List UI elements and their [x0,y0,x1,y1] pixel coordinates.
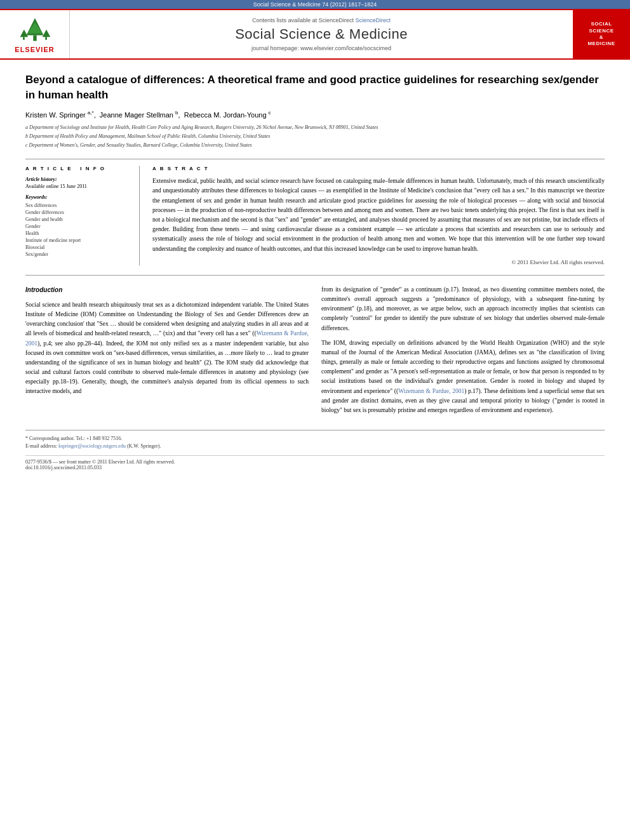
elsevier-wordmark: ELSEVIER [15,46,54,53]
keyword-6: Institute of medicine report [25,237,130,243]
author-springer: Kristen W. Springer a,*, [25,111,98,119]
intro-para-2: from its designation of "gender" as a co… [321,285,605,333]
footer-issn: 0277-9536/$ — see front matter © 2011 El… [25,459,605,465]
author-stellman: Jeanne Mager Stellman b, [100,111,182,119]
available-online: Available online 15 June 2011 [25,183,130,189]
section-divider [25,275,605,276]
svg-rect-0 [33,36,36,41]
affiliation-c: c Department of Women's, Gender, and Sex… [25,142,605,149]
svg-marker-2 [27,22,42,34]
sciencedirect-link[interactable]: ScienceDirect [356,17,391,23]
author-jordan-young: Rebecca M. Jordan-Young c [184,111,271,119]
citation-text: Social Science & Medicine 74 (2012) 1817… [253,1,377,8]
ss-medicine-logo: SOCIALSCIENCE&MEDICINE [587,21,615,48]
keywords-label: Keywords: [25,194,130,200]
abstract-text: Extensive medical, public health, and so… [152,177,605,254]
intro-para-1: Social science and health research ubiqu… [25,300,309,397]
journal-header: ELSEVIER Contents lists available at Sci… [0,9,630,60]
svg-rect-3 [45,37,47,40]
affiliation-a: a Department of Sociology and Institute … [25,124,605,131]
footnote-area: * Corresponding author. Tel.: +1 848 932… [25,430,605,449]
elsevier-tree-icon [16,15,54,44]
elsevier-logo-area: ELSEVIER [0,10,70,58]
article-info-panel: A R T I C L E I N F O Article history: A… [25,166,140,265]
intro-para-3: The IOM, drawing especially on definitio… [321,338,605,416]
paper-content: Beyond a catalogue of differences: A the… [0,60,630,483]
article-info-heading: A R T I C L E I N F O [25,166,130,171]
paper-title: Beyond a catalogue of differences: A the… [25,72,605,103]
footer-info: 0277-9536/$ — see front matter © 2011 El… [25,455,605,470]
journal-logo-right: SOCIALSCIENCE&MEDICINE [573,10,630,58]
affiliations: a Department of Sociology and Institute … [25,124,605,149]
abstract-heading: A B S T R A C T [152,166,605,171]
keyword-5: Health [25,230,130,236]
introduction-heading: Introduction [25,285,309,295]
keyword-3: Gender and health [25,217,130,222]
ref-wizemann-link[interactable]: Wizemann & Pardue, 2001 [25,330,309,346]
svg-marker-6 [20,30,28,37]
ref-wizemann-link-2[interactable]: Wizemann & Pardue, 2001 [398,388,464,394]
footnote-email: E-mail address: kspringer@sociology.rutg… [25,443,605,449]
history-label: Article history: [25,177,130,182]
keyword-4: Gender [25,223,130,229]
affiliation-b: b Department of Health Policy and Manage… [25,133,605,140]
body-two-col: Introduction Social science and health r… [25,285,605,420]
copyright: © 2011 Elsevier Ltd. All rights reserved… [152,259,605,265]
keyword-1: Sex differences [25,203,130,208]
body-col-right: from its designation of "gender" as a co… [321,285,605,420]
footer-doi: doi:10.1016/j.socscimed.2011.05.033 [25,465,605,470]
journal-homepage: journal homepage: www.elsevier.com/locat… [251,45,391,51]
footnote-corresponding: * Corresponding author. Tel.: +1 848 932… [25,436,605,441]
abstract-panel: A B S T R A C T Extensive medical, publi… [152,166,605,265]
contents-line: Contents lists available at ScienceDirec… [252,17,391,23]
svg-rect-5 [23,37,25,40]
keyword-7: Biosocial [25,244,130,250]
authors-line: Kristen W. Springer a,*, Jeanne Mager St… [25,110,605,119]
journal-title-center: Contents lists available at ScienceDirec… [70,10,573,58]
body-col-left: Introduction Social science and health r… [25,285,309,420]
journal-main-title: Social Science & Medicine [235,26,408,43]
article-info-abstract-row: A R T I C L E I N F O Article history: A… [25,159,605,265]
keyword-2: Gender differences [25,210,130,215]
journal-citation-bar: Social Science & Medicine 74 (2012) 1817… [0,0,630,9]
svg-marker-4 [42,30,50,37]
keyword-8: Sex/gender [25,251,130,257]
email-link[interactable]: kspringer@sociology.rutgers.edu [58,443,126,449]
